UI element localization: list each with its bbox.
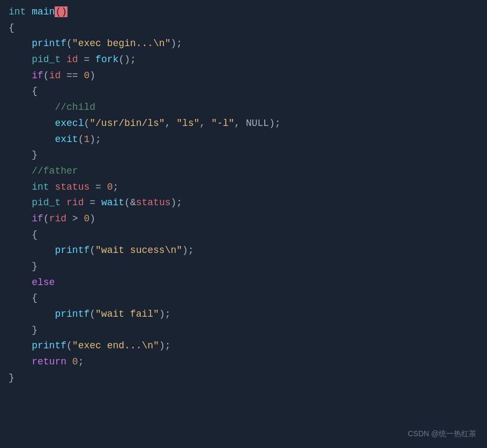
line-18: printf("wait sucess\n"); xyxy=(0,243,487,259)
line-6: if(id == 0) xyxy=(0,68,487,84)
line-22: printf("wait fail"); xyxy=(0,307,487,323)
line-26: return 0; xyxy=(0,354,487,370)
line-1: int main() xyxy=(0,4,487,20)
line-11: } xyxy=(0,147,487,163)
line-8: //child xyxy=(0,100,487,116)
line-13: //father xyxy=(0,163,487,180)
line-24: printf("exec end...\n"); xyxy=(0,338,487,354)
line-3: printf("exec begin...\n"); xyxy=(0,36,487,52)
line-16: if(rid > 0) xyxy=(0,211,487,227)
line-7: { xyxy=(0,84,487,100)
line-14: int status = 0; xyxy=(0,180,487,196)
watermark: CSDN @统一热红茶 xyxy=(408,428,476,439)
line-23: } xyxy=(0,323,487,339)
line-15: pid_t rid = wait(&status); xyxy=(0,195,487,211)
line-21: { xyxy=(0,290,487,307)
line-10: exit(1); xyxy=(0,132,487,148)
line-2: { xyxy=(0,20,487,36)
line-27: } xyxy=(0,370,487,386)
code-editor: int main() { printf("exec begin...\n"); … xyxy=(0,0,487,448)
line-9: execl("/usr/bin/ls", "ls", "-l", NULL); xyxy=(0,116,487,132)
line-20: else xyxy=(0,275,487,291)
line-5: pid_t id = fork(); xyxy=(0,52,487,68)
line-17: { xyxy=(0,227,487,243)
line-19: } xyxy=(0,259,487,275)
